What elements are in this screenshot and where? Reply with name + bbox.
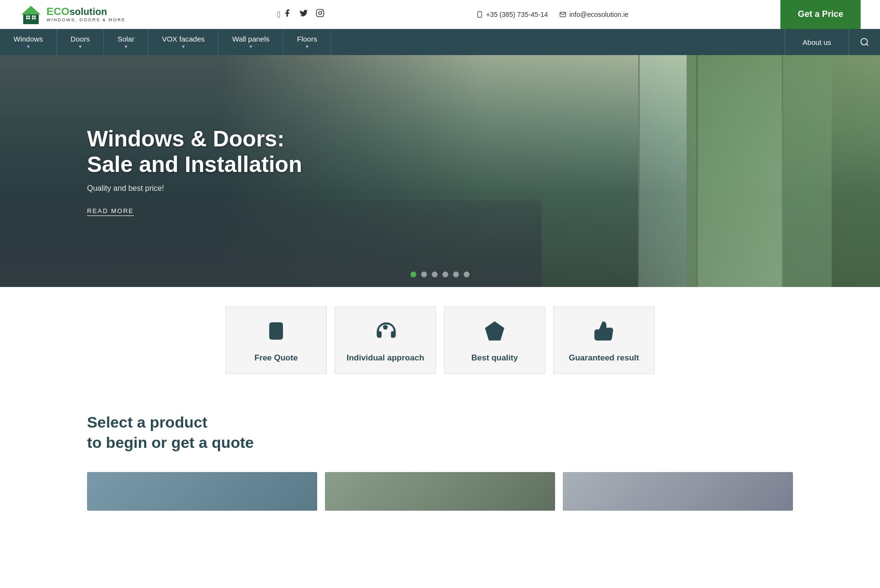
thumbs-up-icon bbox=[593, 320, 615, 346]
hero-section: Windows & Doors: Sale and Installation Q… bbox=[0, 55, 880, 287]
get-price-button[interactable]: Get a Price bbox=[780, 0, 861, 29]
svg-rect-8 bbox=[317, 10, 324, 17]
logo[interactable]: ECOsolution WINDOWS, DOORS & MORE bbox=[19, 3, 126, 26]
social-links:  bbox=[278, 9, 325, 20]
hero-content: Windows & Doors: Sale and Installation Q… bbox=[0, 126, 302, 216]
clipboard-check-icon bbox=[265, 320, 287, 346]
svg-rect-11 bbox=[478, 12, 482, 17]
phone-contact: +35 (385) 735-45-14 bbox=[476, 11, 548, 18]
phone-number: +35 (385) 735-45-14 bbox=[486, 11, 548, 18]
nav-wall-panels[interactable]: Wall panels ▼ bbox=[219, 29, 283, 55]
hero-readmore-button[interactable]: READ MORE bbox=[87, 207, 134, 216]
features-section: Free Quote Individual approach Best qual… bbox=[0, 287, 880, 393]
carousel-dot-6[interactable] bbox=[464, 272, 469, 277]
nav-floors[interactable]: Floors ▼ bbox=[283, 29, 331, 55]
email-address: info@ecosolution.ie bbox=[569, 11, 628, 18]
svg-marker-1 bbox=[21, 6, 41, 14]
svg-point-9 bbox=[319, 12, 322, 14]
chevron-down-icon: ▼ bbox=[305, 44, 309, 49]
logo-text: ECOsolution WINDOWS, DOORS & MORE bbox=[46, 6, 126, 22]
svg-point-13 bbox=[861, 39, 867, 45]
nav-doors[interactable]: Doors ▼ bbox=[57, 29, 104, 55]
select-product-title: Select a product to begin or get a quote bbox=[87, 413, 793, 453]
feature-guaranteed-label: Guaranteed result bbox=[569, 353, 639, 363]
nav-about[interactable]: About us bbox=[785, 29, 849, 55]
phone-icon bbox=[476, 11, 483, 18]
feature-free-quote: Free Quote bbox=[225, 306, 327, 374]
search-icon bbox=[860, 37, 869, 47]
chevron-down-icon: ▼ bbox=[78, 44, 83, 49]
nav-windows[interactable]: Windows ▼ bbox=[0, 29, 57, 55]
carousel-dot-3[interactable] bbox=[432, 272, 438, 277]
product-card-3[interactable] bbox=[563, 472, 793, 511]
chevron-down-icon: ▼ bbox=[123, 44, 128, 49]
navigation: Windows ▼ Doors ▼ Solar ▼ VOX facades ▼ … bbox=[0, 29, 880, 55]
email-icon bbox=[559, 11, 566, 18]
product-card-2[interactable] bbox=[325, 472, 555, 511]
facebook-icon[interactable]:  bbox=[278, 9, 292, 20]
headset-icon bbox=[375, 320, 396, 346]
nav-vox-facades[interactable]: VOX facades ▼ bbox=[148, 29, 219, 55]
feature-individual-label: Individual approach bbox=[347, 353, 425, 363]
carousel-dot-2[interactable] bbox=[421, 272, 427, 277]
logo-icon bbox=[19, 3, 43, 26]
product-card-1[interactable] bbox=[87, 472, 317, 511]
nav-solar[interactable]: Solar ▼ bbox=[104, 29, 148, 55]
feature-free-quote-label: Free Quote bbox=[254, 353, 298, 363]
feature-guaranteed-result: Guaranteed result bbox=[553, 306, 655, 374]
feature-individual-approach: Individual approach bbox=[335, 306, 436, 374]
chevron-down-icon: ▼ bbox=[181, 44, 186, 49]
carousel-dot-5[interactable] bbox=[453, 272, 459, 277]
twitter-icon[interactable] bbox=[299, 9, 308, 20]
nav-items: Windows ▼ Doors ▼ Solar ▼ VOX facades ▼ … bbox=[0, 29, 785, 55]
svg-rect-0 bbox=[23, 14, 39, 24]
contact-info: +35 (385) 735-45-14 info@ecosolution.ie bbox=[476, 11, 628, 18]
nav-search-button[interactable] bbox=[849, 29, 880, 55]
carousel-dot-4[interactable] bbox=[442, 272, 448, 277]
feature-best-quality: Best quality bbox=[444, 306, 545, 374]
email-contact: info@ecosolution.ie bbox=[559, 11, 628, 18]
product-grid bbox=[0, 462, 880, 511]
feature-best-quality-label: Best quality bbox=[471, 353, 518, 363]
hero-carousel-dots bbox=[411, 272, 469, 277]
chevron-down-icon: ▼ bbox=[26, 44, 30, 49]
select-product-section: Select a product to begin or get a quote bbox=[0, 393, 880, 462]
hero-title: Windows & Doors: Sale and Installation bbox=[87, 126, 302, 177]
svg-line-14 bbox=[866, 44, 868, 46]
logo-eco: ECOsolution bbox=[46, 6, 107, 17]
svg-point-10 bbox=[322, 11, 323, 12]
chevron-down-icon: ▼ bbox=[249, 44, 253, 49]
diamond-icon bbox=[484, 320, 505, 346]
header: ECOsolution WINDOWS, DOORS & MORE  +35 … bbox=[0, 0, 880, 29]
logo-tagline: WINDOWS, DOORS & MORE bbox=[46, 18, 126, 23]
instagram-icon[interactable] bbox=[316, 9, 324, 20]
nav-right-section: About us bbox=[785, 29, 880, 55]
hero-subtitle: Quality and best price! bbox=[87, 184, 302, 193]
carousel-dot-1[interactable] bbox=[411, 272, 416, 277]
